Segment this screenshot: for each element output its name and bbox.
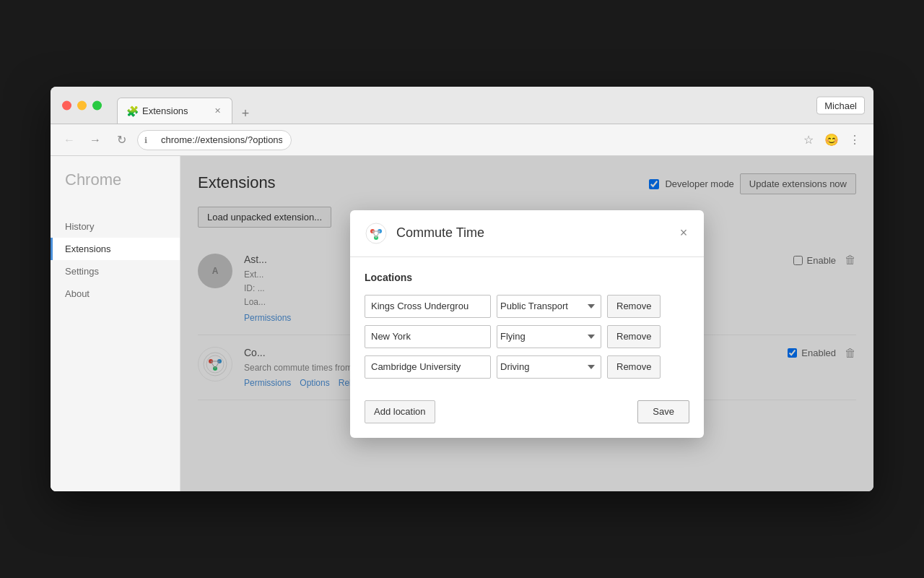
location-row-1: Public Transport Flying Driving Walking … (365, 295, 689, 318)
reload-button[interactable]: ↻ (111, 130, 131, 150)
tab-title: Extensions (142, 105, 207, 116)
remove-button-1[interactable]: Remove (607, 295, 661, 318)
sidebar-item-settings[interactable]: Settings (51, 260, 180, 282)
svg-point-8 (366, 223, 386, 243)
sidebar-nav: History Extensions Settings About (51, 215, 180, 305)
user-button[interactable]: Michael (816, 96, 865, 114)
address-wrapper: ℹ (137, 130, 793, 150)
window-controls (62, 100, 102, 110)
new-tab-icon: + (242, 106, 250, 121)
bookmark-button[interactable]: ☆ (798, 130, 819, 150)
sidebar-item-extensions[interactable]: Extensions (51, 238, 180, 260)
title-bar: 🧩 Extensions ✕ + Michael (51, 87, 873, 124)
sidebar-brand: Chrome (51, 171, 180, 204)
new-tab-button[interactable]: + (235, 103, 256, 124)
transport-select-3[interactable]: Public Transport Flying Driving Walking … (497, 355, 601, 379)
location-input-1[interactable] (365, 295, 491, 318)
modal-footer: Add location Save (350, 400, 704, 438)
sidebar-item-history[interactable]: History (51, 215, 180, 238)
tab-close-button[interactable]: ✕ (212, 105, 223, 117)
tab-extensions[interactable]: 🧩 Extensions ✕ (117, 98, 232, 124)
locations-section-title: Locations (365, 272, 689, 283)
modal-body: Locations Public Transport Flying Drivin… (350, 257, 704, 400)
account-button[interactable]: 😊 (821, 130, 842, 150)
save-button[interactable]: Save (637, 400, 689, 423)
modal-icon (365, 222, 388, 245)
add-location-button[interactable]: Add location (365, 400, 435, 423)
modal-title: Commute Time (396, 225, 484, 241)
sidebar-item-about[interactable]: About (51, 282, 180, 305)
minimize-button[interactable] (77, 100, 87, 110)
toolbar-icons: ☆ 😊 ⋮ (798, 130, 865, 150)
location-row-3: Public Transport Flying Driving Walking … (365, 355, 689, 379)
address-bar: ← → ↻ ℹ ☆ 😊 ⋮ (51, 124, 873, 156)
transport-select-2[interactable]: Public Transport Flying Driving Walking … (497, 325, 601, 348)
commute-time-modal: Commute Time × Locations Public Transpor… (350, 210, 704, 438)
sidebar: Chrome History Extensions Settings About (51, 156, 180, 491)
lock-icon: ℹ (144, 135, 147, 144)
address-input[interactable] (137, 130, 292, 150)
tab-bar: 🧩 Extensions ✕ + (117, 87, 256, 124)
modal-overlay: Commute Time × Locations Public Transpor… (180, 156, 873, 491)
main-area: Extensions Load unpacked extension... De… (180, 156, 873, 491)
modal-header: Commute Time × (350, 210, 704, 257)
close-button[interactable] (62, 100, 71, 110)
location-input-2[interactable] (365, 325, 491, 348)
extensions-icon: 🧩 (126, 105, 138, 117)
forward-button[interactable]: → (85, 130, 105, 150)
location-input-3[interactable] (365, 355, 491, 379)
location-row-2: Public Transport Flying Driving Walking … (365, 325, 689, 348)
maximize-button[interactable] (92, 100, 102, 110)
remove-button-2[interactable]: Remove (607, 325, 661, 348)
modal-close-button[interactable]: × (675, 225, 692, 242)
menu-button[interactable]: ⋮ (845, 130, 865, 150)
back-button[interactable]: ← (59, 130, 79, 150)
browser-content: Chrome History Extensions Settings About… (51, 156, 873, 491)
remove-button-3[interactable]: Remove (607, 355, 661, 379)
transport-select-1[interactable]: Public Transport Flying Driving Walking … (497, 295, 601, 318)
